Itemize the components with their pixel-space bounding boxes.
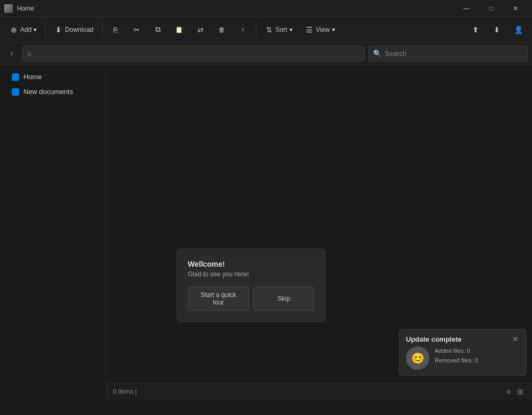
move-button[interactable]: ⇄ — [191, 20, 210, 39]
add-arrow: ▾ — [34, 26, 37, 33]
download2-icon: ⬇ — [493, 26, 501, 34]
paste-icon: 📋 — [175, 26, 184, 34]
toolbar: ⊕ Add ▾ ⬇ Download ⎘ ✂ ⧉ 📋 ⇄ 🗑 ↑ ⇅ Sort … — [0, 17, 532, 43]
update-info: Added files: 0 Removed files: 0 — [435, 346, 478, 365]
status-text: 0 items | — [113, 388, 137, 395]
scan-button[interactable]: ⎘ — [106, 20, 125, 39]
download-label: Download — [65, 26, 93, 33]
maximize-button[interactable]: □ — [479, 0, 503, 17]
cut-icon: ✂ — [132, 26, 141, 34]
download-button[interactable]: ⬇ Download — [49, 20, 98, 39]
title-bar-controls: — □ ✕ — [454, 0, 528, 17]
upload-icon: ⬆ — [471, 26, 480, 34]
update-added-files: Added files: 0 — [435, 346, 478, 356]
home-folder-icon — [12, 73, 19, 81]
welcome-title: Wellcome! — [188, 260, 314, 268]
add-icon: ⊕ — [10, 26, 18, 34]
start-tour-button[interactable]: Start a quick tour — [188, 286, 249, 311]
download2-button[interactable]: ⬇ — [487, 20, 506, 39]
view-arrow: ▾ — [332, 26, 335, 33]
address-input-wrapper[interactable]: ⌂ — [22, 46, 365, 62]
app-icon — [4, 4, 13, 13]
view-icon: ☰ — [305, 26, 314, 34]
sort-button[interactable]: ⇅ Sort ▾ — [260, 20, 298, 39]
download-icon: ⬇ — [54, 26, 63, 34]
welcome-subtitle: Glad to see you here! — [188, 270, 314, 278]
view-label: View — [316, 26, 330, 33]
sort-arrow: ▾ — [289, 26, 293, 33]
address-bar: ↑ ⌂ 🔍 — [0, 43, 532, 65]
toolbar-separator-3 — [256, 22, 256, 37]
toolbar-separator-1 — [45, 22, 46, 37]
nav-up-icon: ↑ — [10, 49, 14, 58]
welcome-buttons: Start a quick tour Skip — [188, 286, 314, 311]
title-bar-left: Home — [4, 4, 34, 13]
add-label: Add — [20, 26, 31, 33]
share-button[interactable]: ↑ — [234, 20, 253, 39]
update-content: 😊 Added files: 0 Removed files: 0 — [406, 346, 520, 370]
status-view-buttons: ≡ ⊞ — [504, 386, 526, 397]
paste-button[interactable]: 📋 — [170, 20, 189, 39]
sidebar-item-home[interactable]: Home — [3, 70, 103, 84]
new-documents-folder-icon — [12, 88, 19, 96]
update-header: Update complete ✕ — [406, 335, 520, 343]
update-removed-files: Removed files: 0 — [435, 356, 478, 366]
close-button[interactable]: ✕ — [503, 0, 528, 17]
delete-icon: 🗑 — [218, 26, 226, 34]
search-input[interactable] — [385, 49, 523, 57]
account-icon: 👤 — [514, 26, 522, 34]
skip-button[interactable]: Skip — [253, 286, 314, 311]
update-title: Update complete — [406, 335, 462, 343]
add-button[interactable]: ⊕ Add ▾ — [4, 20, 42, 39]
update-notification: Update complete ✕ 😊 Added files: 0 Remov… — [399, 329, 527, 376]
share-icon: ↑ — [239, 26, 247, 34]
title-bar: Home — □ ✕ — [0, 0, 532, 17]
search-wrapper[interactable]: 🔍 — [368, 46, 528, 62]
file-area: Wellcome! Glad to see you here! Start a … — [106, 65, 532, 399]
sort-label: Sort — [276, 26, 287, 33]
copy-icon: ⧉ — [154, 26, 162, 34]
grid-view-button[interactable]: ⊞ — [515, 386, 526, 397]
copy-button[interactable]: ⧉ — [148, 20, 168, 39]
sidebar-item-new-documents-label: New documents — [23, 88, 73, 96]
welcome-dialog: Wellcome! Glad to see you here! Start a … — [177, 249, 326, 322]
sidebar-item-new-documents[interactable]: New documents — [3, 84, 103, 99]
update-avatar: 😊 — [406, 346, 429, 370]
status-bar: 0 items | ≡ ⊞ — [106, 383, 532, 399]
update-close-button[interactable]: ✕ — [511, 335, 520, 343]
nav-up-button[interactable]: ↑ — [4, 46, 19, 61]
scan-icon: ⎘ — [111, 26, 120, 34]
cut-button[interactable]: ✂ — [127, 20, 146, 39]
upload-button[interactable]: ⬆ — [466, 20, 485, 39]
avatar-emoji: 😊 — [411, 352, 425, 365]
dialog-overlay: Wellcome! Glad to see you here! Start a … — [106, 65, 532, 399]
sidebar-item-home-label: Home — [23, 73, 42, 81]
minimize-button[interactable]: — — [454, 0, 479, 17]
toolbar-separator-2 — [102, 22, 103, 37]
search-icon: 🔍 — [373, 49, 381, 57]
sort-icon: ⇅ — [265, 26, 273, 34]
move-icon: ⇄ — [196, 26, 205, 34]
delete-button[interactable]: 🗑 — [212, 20, 231, 39]
sidebar: Home New documents — [0, 65, 106, 399]
list-view-button[interactable]: ≡ — [504, 386, 513, 397]
window-title: Home — [17, 5, 34, 12]
home-icon: ⌂ — [27, 49, 31, 57]
view-button[interactable]: ☰ View ▾ — [300, 20, 340, 39]
main-content: Home New documents Wellcome! Glad to see… — [0, 65, 532, 399]
account-button[interactable]: 👤 — [509, 20, 528, 39]
